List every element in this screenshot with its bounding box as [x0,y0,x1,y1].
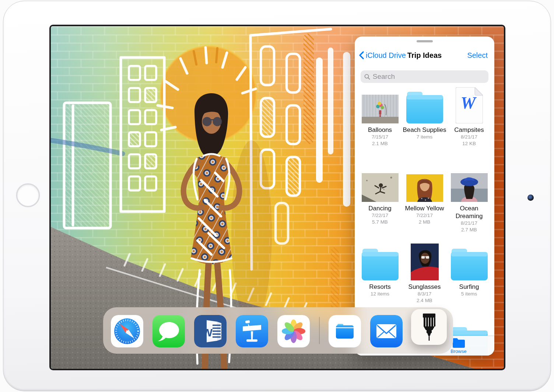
photo-thumbnail [411,244,439,280]
word-document-icon: W [456,87,483,123]
search-input[interactable] [373,73,485,81]
home-button[interactable] [16,183,40,207]
keynote-icon[interactable] [236,315,268,347]
tab-browse-label: Browse [450,349,466,354]
folder-icon [406,92,443,123]
file-item-dancing[interactable]: Dancing 7/22/17 5.7 MB [358,164,402,242]
ipad-frame: iCloud Drive Trip Ideas Select [3,1,551,391]
files-icon[interactable] [329,315,361,347]
mail-icon[interactable] [370,315,403,347]
word-icon[interactable]: W [194,315,227,347]
pen-marker-icon [420,313,438,342]
panel-nav: iCloud Drive Trip Ideas Select [355,50,494,61]
svg-text:W: W [202,326,213,339]
search-field[interactable] [361,70,488,83]
photo-thumbnail [362,173,399,202]
ipad-screen: iCloud Drive Trip Ideas Select [49,25,505,370]
file-item-balloons[interactable]: Balloons 7/15/17 2.1 MB [358,85,402,164]
photo-thumbnail [406,174,443,202]
display-area: iCloud Drive Trip Ideas Select [51,26,504,369]
dock-divider [319,317,320,344]
messages-icon[interactable] [152,315,185,347]
photos-icon[interactable] [277,315,310,347]
file-item-campsites[interactable]: W Campsites 8/21/17 12 KB [447,85,491,164]
file-item-beach-supplies[interactable]: Beach Supplies 7 items [402,85,447,164]
photo-thumbnail [451,173,488,202]
search-icon [364,74,370,80]
file-item-surfing[interactable]: Surfing 5 items [447,242,491,321]
drag-handle[interactable] [417,40,433,42]
folder-icon [453,338,465,348]
svg-text:W: W [460,94,477,112]
dragged-app-pen[interactable] [411,309,447,345]
photo-thumbnail [362,95,399,123]
file-item-ocean-dreaming[interactable]: Ocean Dreaming 8/21/17 2.7 MB [447,164,491,242]
file-item-mellow-yellow[interactable]: Mellow Yellow 7/22/17 2 MB [402,164,447,242]
select-button[interactable]: Select [467,50,488,61]
folder-icon [362,249,399,280]
dock: W [103,307,453,354]
front-camera [527,195,534,201]
safari-icon[interactable] [111,315,143,347]
folder-icon [451,249,488,280]
